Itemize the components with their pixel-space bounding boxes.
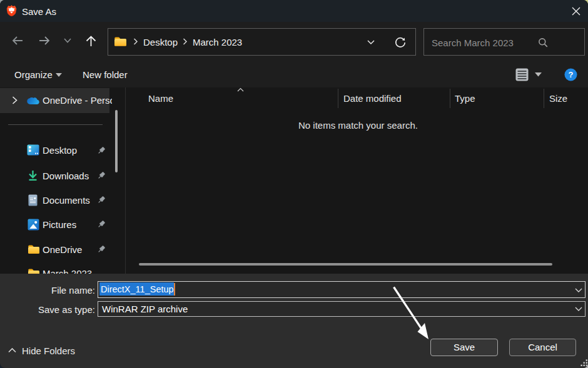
svg-text:?: ?	[569, 70, 574, 79]
